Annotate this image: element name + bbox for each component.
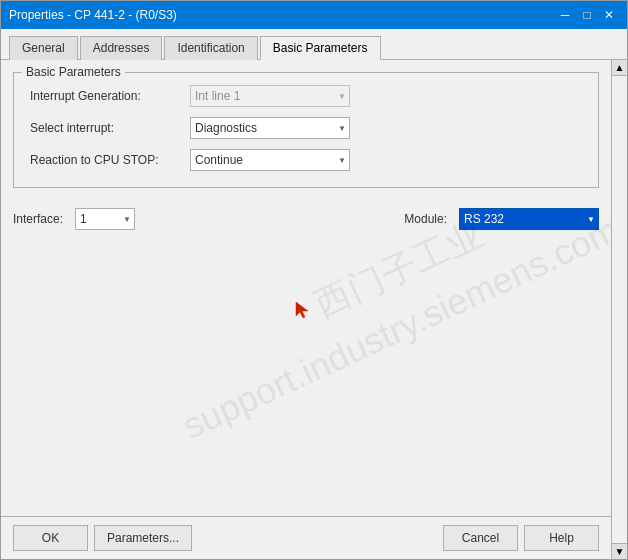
title-bar: Properties - CP 441-2 - (R0/S3) ─ □ ✕ [1, 1, 627, 29]
group-box-title: Basic Parameters [22, 65, 125, 79]
cancel-button[interactable]: Cancel [443, 525, 518, 551]
scroll-down-button[interactable]: ▼ [612, 543, 627, 559]
interrupt-generation-control: Int line 1 [190, 85, 350, 107]
ok-button[interactable]: OK [13, 525, 88, 551]
empty-area: 西门子工业support.industry.siemens.com/cs [13, 234, 599, 354]
window-title: Properties - CP 441-2 - (R0/S3) [9, 8, 177, 22]
footer: OK Parameters... Cancel Help [1, 516, 611, 559]
module-select-wrapper: RS 232 RS 422/485 [459, 208, 599, 230]
minimize-button[interactable]: ─ [555, 5, 575, 25]
interface-select-wrapper: 1 2 [75, 208, 135, 230]
select-interrupt-wrapper: Diagnostics [190, 117, 350, 139]
interrupt-generation-label: Interrupt Generation: [30, 89, 190, 103]
interrupt-generation-row: Interrupt Generation: Int line 1 [30, 85, 582, 107]
reaction-cpu-stop-row: Reaction to CPU STOP: Continue [30, 149, 582, 171]
select-interrupt-label: Select interrupt: [30, 121, 190, 135]
cursor-indicator [294, 300, 312, 323]
interface-label: Interface: [13, 212, 63, 226]
select-interrupt-row: Select interrupt: Diagnostics [30, 117, 582, 139]
content-area: Basic Parameters Interrupt Generation: I… [1, 60, 611, 516]
select-interrupt-select[interactable]: Diagnostics [190, 117, 350, 139]
title-bar-controls: ─ □ ✕ [555, 5, 619, 25]
scrollbar[interactable]: ▲ ▼ [611, 60, 627, 559]
basic-parameters-group: Basic Parameters Interrupt Generation: I… [13, 72, 599, 188]
interrupt-generation-select-wrapper: Int line 1 [190, 85, 350, 107]
tab-general[interactable]: General [9, 36, 78, 60]
module-select[interactable]: RS 232 RS 422/485 [459, 208, 599, 230]
close-button[interactable]: ✕ [599, 5, 619, 25]
tab-basic-parameters[interactable]: Basic Parameters [260, 36, 381, 60]
module-label: Module: [404, 212, 447, 226]
select-interrupt-control: Diagnostics [190, 117, 350, 139]
properties-window: Properties - CP 441-2 - (R0/S3) ─ □ ✕ Ge… [0, 0, 628, 560]
tab-identification[interactable]: Identification [164, 36, 257, 60]
interface-select[interactable]: 1 2 [75, 208, 135, 230]
svg-marker-0 [296, 302, 308, 318]
tabs-bar: General Addresses Identification Basic P… [1, 29, 627, 60]
maximize-button[interactable]: □ [577, 5, 597, 25]
interface-module-row: Interface: 1 2 Module: RS 232 RS 422/485 [13, 204, 599, 234]
scroll-track [612, 76, 627, 543]
reaction-cpu-stop-control: Continue [190, 149, 350, 171]
help-button[interactable]: Help [524, 525, 599, 551]
interrupt-generation-select[interactable]: Int line 1 [190, 85, 350, 107]
reaction-cpu-stop-select[interactable]: Continue [190, 149, 350, 171]
scroll-up-button[interactable]: ▲ [612, 60, 627, 76]
parameters-button[interactable]: Parameters... [94, 525, 192, 551]
reaction-cpu-stop-wrapper: Continue [190, 149, 350, 171]
reaction-cpu-stop-label: Reaction to CPU STOP: [30, 153, 190, 167]
window-content: Basic Parameters Interrupt Generation: I… [1, 60, 611, 559]
window-body: Basic Parameters Interrupt Generation: I… [1, 60, 627, 559]
tab-addresses[interactable]: Addresses [80, 36, 163, 60]
